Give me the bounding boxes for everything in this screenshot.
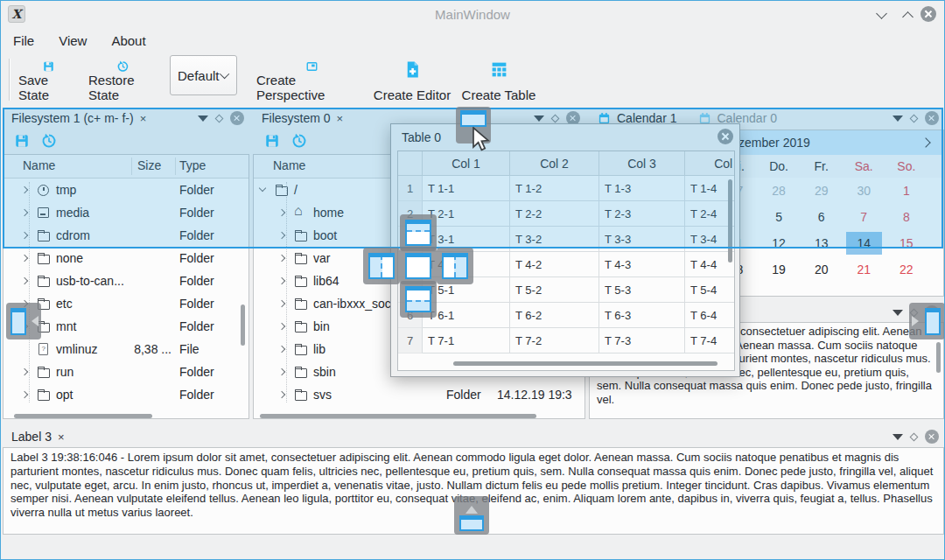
horizontal-scrollbar[interactable] (14, 414, 152, 418)
expand-chevron-icon[interactable] (276, 320, 289, 332)
expand-chevron-icon[interactable] (19, 252, 32, 264)
drop-indicator-bottom-edge[interactable] (454, 496, 489, 535)
horizontal-scrollbar[interactable] (260, 414, 536, 418)
calendar-day[interactable]: 20 (800, 256, 843, 283)
row-number[interactable]: 7 (398, 328, 423, 354)
mouse-cursor (471, 127, 490, 153)
table-cell[interactable]: T 4-3 (599, 252, 685, 277)
item-type: File (179, 342, 200, 356)
drop-indicator-split-bottom[interactable] (400, 281, 437, 318)
dock-close-icon[interactable] (925, 430, 939, 444)
drop-indicator-right-edge[interactable] (909, 303, 945, 340)
item-type: Folder (446, 388, 481, 402)
table-cell[interactable]: T 7-1 (423, 328, 510, 354)
expand-chevron-icon[interactable] (19, 388, 32, 401)
item-name: run (56, 365, 74, 379)
table-cell[interactable]: T 6-3 (599, 303, 685, 328)
window-titlebar[interactable]: X MainWindow (1, 1, 944, 27)
table-row[interactable]: 6 T 6-1 T 6-2 T 6-3 T 6-4 (398, 303, 734, 328)
create-table-button[interactable]: Create Table (459, 57, 538, 104)
table-cell[interactable]: T 4-2 (510, 252, 599, 277)
table-row[interactable]: 7 T 7-1 T 7-2 T 7-3 T 7-4 (398, 328, 734, 354)
main-toolbar: Save State Restore State Default Create … (1, 53, 944, 108)
calendar-day[interactable]: 19 (758, 256, 801, 283)
expand-chevron-icon[interactable] (276, 343, 289, 355)
tree-row[interactable]: vmlinuz 8,38 ... File (4, 338, 248, 360)
tree-row[interactable]: opt Folder (4, 383, 248, 406)
table-cell[interactable]: T 5-2 (510, 277, 599, 303)
create-editor-label: Create Editor (374, 88, 451, 102)
drop-indicator-left-edge[interactable] (6, 303, 41, 340)
perspective-dropdown[interactable]: Default (170, 55, 237, 95)
expand-chevron-icon[interactable] (276, 388, 289, 401)
toolbar-handle[interactable] (9, 59, 10, 101)
item-icon (37, 342, 52, 356)
table-cell[interactable]: T 5-3 (599, 277, 685, 303)
item-name: svs (313, 388, 332, 402)
table-cell[interactable]: T 7-4 (685, 328, 735, 354)
table-cell[interactable]: T 7-2 (510, 328, 599, 354)
item-type: Folder (179, 319, 214, 333)
menu-bar: File View About (1, 27, 944, 53)
table-grid-icon (490, 60, 508, 79)
dock-float-icon[interactable] (910, 432, 919, 441)
table-cell[interactable]: T 6-2 (510, 303, 599, 328)
item-type: Folder (179, 388, 214, 402)
item-icon (294, 342, 310, 356)
item-icon (294, 297, 310, 311)
create-editor-button[interactable]: Create Editor (368, 57, 456, 104)
expand-chevron-icon[interactable] (19, 343, 32, 355)
close-window-icon[interactable] (920, 6, 936, 22)
drop-indicator-center-tab[interactable] (400, 248, 437, 284)
item-name: usb-to-can... (56, 274, 124, 288)
item-type: Folder (179, 297, 214, 311)
table-cell[interactable]: T 6-4 (685, 303, 735, 328)
item-name: sbin (313, 365, 336, 379)
menu-file[interactable]: File (13, 33, 34, 48)
vertical-scrollbar[interactable] (936, 342, 941, 373)
tree-row[interactable]: run Folder (4, 360, 248, 383)
tab-label3[interactable]: Label 3 × (3, 426, 74, 447)
perspective-dropdown-value: Default (178, 68, 220, 83)
item-name: none (56, 251, 83, 265)
create-table-label: Create Table (462, 88, 536, 102)
table-cell[interactable]: T 5-4 (685, 277, 735, 303)
drop-indicator-split-left[interactable] (363, 248, 400, 284)
expand-chevron-icon[interactable] (276, 366, 289, 378)
expand-chevron-icon[interactable] (19, 366, 32, 378)
new-document-icon (403, 60, 422, 79)
tree-row[interactable]: usb-to-can... Folder (4, 270, 248, 292)
tree-row[interactable]: none Folder (4, 247, 248, 270)
expand-chevron-icon[interactable] (19, 275, 32, 287)
restore-state-label: Restore State (88, 73, 157, 102)
dock-menu-icon[interactable] (892, 434, 903, 440)
drop-indicator-split-right[interactable] (437, 248, 473, 284)
tab-close-icon[interactable]: × (58, 431, 65, 443)
tree-row[interactable]: svs Folder 14.12.19 19:3 (254, 383, 584, 406)
item-name: vmlinuz (56, 342, 97, 356)
table-cell[interactable]: T 7-3 (599, 328, 685, 354)
calendar-day[interactable]: 22 (886, 256, 928, 283)
item-name: lib (313, 342, 326, 356)
calendar-day[interactable]: 21 (843, 256, 886, 283)
item-icon (294, 251, 310, 265)
drop-indicator-split-top[interactable] (400, 214, 437, 251)
perspective-icon (303, 60, 321, 73)
create-perspective-label: Create Perspective (256, 73, 367, 102)
expand-chevron-icon[interactable] (276, 275, 289, 287)
save-state-button[interactable]: Save State (17, 57, 80, 104)
tab-label: Label 3 (11, 430, 52, 444)
item-icon (294, 365, 310, 379)
dock-titlebar[interactable]: Label 3 × (3, 426, 944, 447)
restore-state-button[interactable]: Restore State (87, 57, 158, 104)
menu-about[interactable]: About (111, 33, 145, 48)
dock-menu-icon[interactable] (892, 310, 903, 316)
menu-view[interactable]: View (59, 33, 87, 48)
item-icon (294, 388, 310, 402)
item-icon (37, 251, 52, 265)
expand-chevron-icon[interactable] (276, 252, 289, 264)
vertical-scrollbar[interactable] (241, 304, 245, 346)
horizontal-scrollbar[interactable] (453, 361, 718, 366)
create-perspective-button[interactable]: Create Perspective (255, 57, 368, 104)
expand-chevron-icon[interactable] (276, 298, 289, 310)
